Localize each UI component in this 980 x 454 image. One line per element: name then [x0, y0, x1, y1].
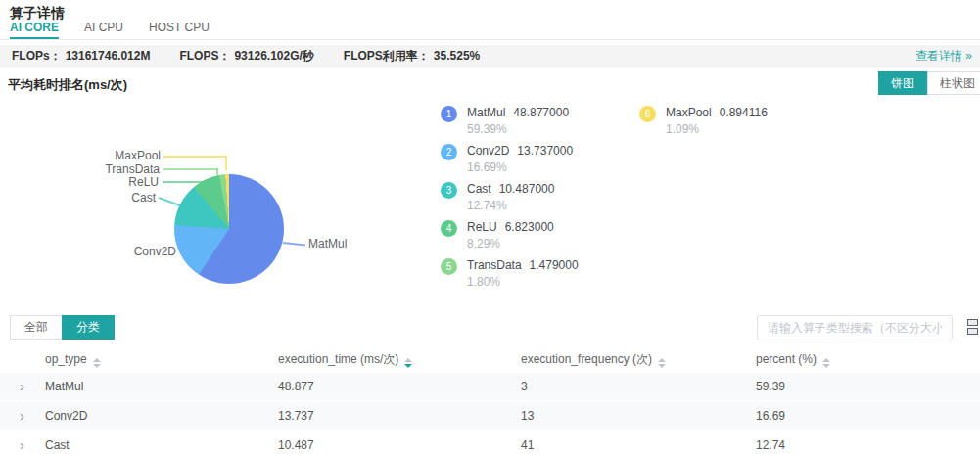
- flops-total-value: 13161746.012M: [66, 49, 151, 63]
- legend-percent: 59.39%: [467, 122, 569, 136]
- column-header-percent[interactable]: percent (%): [756, 347, 980, 371]
- filter-category-button[interactable]: 分类: [62, 315, 115, 340]
- cell-execution-time: 10.487: [278, 431, 521, 454]
- pie-view-button[interactable]: 饼图: [878, 71, 927, 95]
- legend-label: TransData: [467, 258, 522, 272]
- cell-execution-frequency: 13: [521, 402, 756, 430]
- flops-rate-value: 93126.102G/秒: [234, 49, 313, 63]
- cell-op-type: Conv2D: [45, 409, 87, 423]
- flops-rate: FLOPS：93126.102G/秒: [179, 48, 313, 65]
- legend-percent: 1.09%: [666, 122, 768, 136]
- legend-item-conv2d[interactable]: 2 Conv2D13.737000 16.69%: [441, 144, 573, 174]
- chart-view-toggle: 饼图 柱状图: [878, 71, 980, 95]
- tab-bar: AI CORE AI CPU HOST CPU: [0, 21, 980, 40]
- legend-value: 0.894116: [720, 106, 768, 119]
- sort-icon-desc-active[interactable]: [404, 358, 412, 368]
- tab-ai-cpu[interactable]: AI CPU: [84, 21, 123, 39]
- legend-label: Cast: [467, 182, 491, 196]
- rank-badge-4: 4: [441, 220, 457, 237]
- column-label: execution_time (ms/次): [278, 352, 398, 366]
- column-settings-icon[interactable]: [967, 319, 980, 337]
- sort-icon[interactable]: [822, 358, 830, 368]
- column-label: execution_frequency (次): [521, 352, 652, 366]
- legend-percent: 12.74%: [467, 199, 554, 212]
- rank-badge-3: 3: [441, 182, 457, 199]
- flops-utilization: FLOPS利用率：35.525%: [344, 48, 480, 65]
- column-header-execution-time[interactable]: execution_time (ms/次): [278, 347, 521, 371]
- cell-execution-time: 13.737: [278, 402, 521, 430]
- table-row-cast[interactable]: ›Cast 10.487 41 12.74: [0, 431, 980, 454]
- expand-row-icon[interactable]: ›: [20, 373, 24, 400]
- sort-icon[interactable]: [658, 358, 666, 368]
- legend-item-cast[interactable]: 3 Cast10.487000 12.74%: [441, 182, 554, 212]
- legend-label: MatMul: [467, 106, 505, 119]
- cell-execution-frequency: 3: [521, 373, 756, 400]
- tab-host-cpu[interactable]: HOST CPU: [149, 21, 210, 39]
- legend-value: 10.487000: [499, 182, 555, 196]
- legend-percent: 8.29%: [467, 237, 554, 250]
- legend-item-transdata[interactable]: 5 TransData1.479000 1.80%: [441, 258, 579, 289]
- legend-value: 1.479000: [530, 258, 579, 272]
- pie-label-maxpool: MaxPool: [115, 149, 161, 162]
- rank-badge-5: 5: [441, 258, 457, 275]
- rank-badge-1: 1: [441, 106, 457, 122]
- bar-view-button[interactable]: 柱状图: [927, 71, 980, 95]
- flops-rate-label: FLOPS：: [179, 49, 230, 63]
- leader-line-transdata: [163, 168, 218, 170]
- chart-section: 平均耗时排名(ms/次) 饼图 柱状图 MaxPool TransData Re…: [0, 68, 980, 308]
- leader-line-relu: [163, 181, 204, 183]
- flops-total: FLOPs：13161746.012M: [12, 48, 150, 65]
- legend-item-matmul[interactable]: 1 MatMul48.877000 59.39%: [441, 106, 569, 136]
- legend-label: MaxPool: [666, 106, 712, 119]
- pie-chart[interactable]: [174, 174, 284, 284]
- flops-utilization-value: 35.525%: [434, 49, 480, 63]
- tab-ai-core[interactable]: AI CORE: [10, 21, 59, 39]
- chart-title: 平均耗时排名(ms/次): [8, 76, 127, 94]
- table-header-row: op_type execution_time (ms/次) execution_…: [0, 347, 980, 371]
- pie-label-cast: Cast: [131, 191, 156, 204]
- legend-value: 6.823000: [505, 220, 554, 234]
- legend-percent: 1.80%: [467, 275, 579, 289]
- leader-line-matmul: [283, 242, 305, 246]
- flops-total-label: FLOPs：: [12, 49, 62, 63]
- leader-line-maxpool-elbow: [225, 156, 227, 170]
- operator-table-section: 全部 分类 op_type execution_time (ms/次) exec…: [0, 308, 980, 454]
- legend-label: Conv2D: [467, 144, 509, 158]
- pie-label-relu: ReLU: [128, 175, 159, 189]
- cell-percent: 16.69: [756, 402, 980, 430]
- expand-row-icon[interactable]: ›: [20, 402, 24, 430]
- table-row-matmul[interactable]: ›MatMul 48.877 3 59.39: [0, 373, 980, 400]
- flops-utilization-label: FLOPS利用率：: [344, 49, 430, 63]
- flops-summary-bar: FLOPs：13161746.012M FLOPS：93126.102G/秒 F…: [0, 45, 980, 68]
- cell-op-type: Cast: [45, 438, 70, 452]
- pie-label-conv2d: Conv2D: [134, 245, 176, 258]
- pie-label-matmul: MatMul: [308, 237, 347, 250]
- table-filter-group: 全部 分类: [10, 315, 115, 340]
- legend-value: 48.877000: [513, 106, 569, 119]
- legend-item-relu[interactable]: 4 ReLU6.823000 8.29%: [441, 220, 554, 250]
- sort-icon[interactable]: [93, 358, 101, 368]
- leader-line-transdata-elbow: [216, 168, 218, 175]
- legend-value: 13.737000: [517, 144, 573, 158]
- leader-line-maxpool: [163, 156, 226, 158]
- rank-badge-2: 2: [441, 144, 457, 160]
- pie-label-transdata: TransData: [105, 162, 160, 176]
- cell-execution-time: 48.877: [278, 373, 521, 400]
- cell-percent: 59.39: [756, 373, 980, 400]
- column-label: op_type: [45, 352, 87, 366]
- column-header-op-type[interactable]: op_type: [0, 347, 278, 371]
- operator-search-input[interactable]: [757, 315, 953, 340]
- filter-all-button[interactable]: 全部: [10, 315, 63, 340]
- cell-execution-frequency: 41: [521, 431, 756, 454]
- rank-badge-6: 6: [639, 106, 656, 122]
- cell-op-type: MatMul: [45, 380, 83, 393]
- column-header-execution-frequency[interactable]: execution_frequency (次): [521, 347, 756, 371]
- legend-item-maxpool[interactable]: 6 MaxPool0.894116 1.09%: [639, 106, 768, 136]
- column-label: percent (%): [756, 352, 817, 366]
- cell-percent: 12.74: [756, 431, 980, 454]
- view-detail-link[interactable]: 查看详情 »: [915, 48, 972, 65]
- expand-row-icon[interactable]: ›: [20, 431, 24, 454]
- legend-label: ReLU: [467, 220, 497, 234]
- table-row-conv2d[interactable]: ›Conv2D 13.737 13 16.69: [0, 402, 980, 430]
- legend-percent: 16.69%: [467, 160, 573, 174]
